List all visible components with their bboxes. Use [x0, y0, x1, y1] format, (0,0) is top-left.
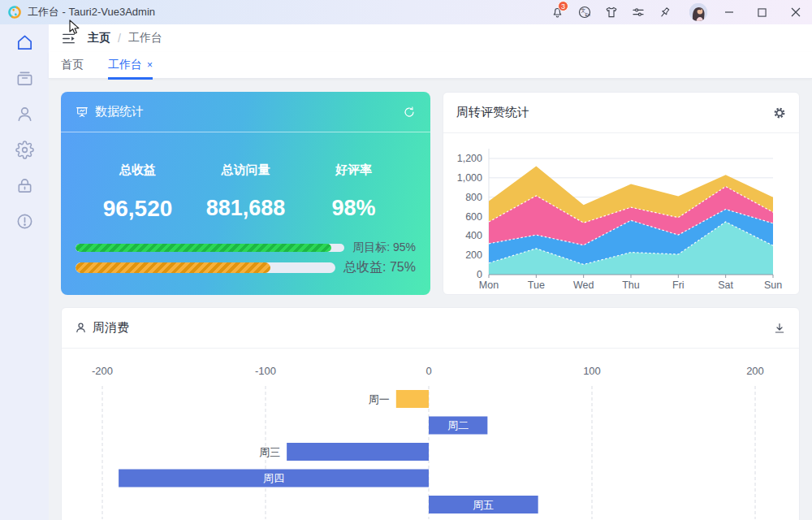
- bar-chart: -200-1000100200周一周二周三周四周五: [62, 349, 799, 519]
- mouse-cursor: [68, 20, 81, 36]
- sidebar-item-security[interactable]: [0, 167, 49, 203]
- svg-text:200: 200: [465, 249, 482, 261]
- svg-text:200: 200: [746, 365, 764, 377]
- maximize-icon: [758, 8, 767, 17]
- svg-text:Thu: Thu: [622, 280, 640, 291]
- notification-button[interactable]: 3: [544, 0, 571, 24]
- stat-card-header: 数据统计: [61, 92, 430, 132]
- tab-close-icon[interactable]: ×: [147, 59, 153, 71]
- sidebar-item-user[interactable]: [0, 96, 49, 132]
- close-button[interactable]: [779, 0, 812, 24]
- gear-small-icon[interactable]: [773, 106, 786, 119]
- stat-row: 总收益 96,520 总访问量 881,688 好评率 98%: [61, 162, 430, 222]
- svg-text:Fri: Fri: [672, 280, 685, 291]
- area-chart: 02004006008001,0001,200MonTueWedThuFriSa…: [443, 133, 799, 294]
- breadcrumb: 主页 / 工作台: [88, 31, 162, 46]
- user-icon: [15, 105, 34, 124]
- progress-total-revenue: 总收益: 75%: [76, 259, 416, 276]
- stat-total-revenue: 总收益 96,520: [84, 162, 192, 222]
- tab-workbench[interactable]: 工作台×: [108, 52, 153, 80]
- minimize-button[interactable]: [712, 0, 745, 24]
- area-chart-title: 周转评赞统计: [456, 105, 529, 120]
- lock-icon: [15, 176, 34, 195]
- download-icon[interactable]: [773, 322, 786, 335]
- stat-rating: 好评率 98%: [300, 162, 408, 222]
- sidebar-item-archive[interactable]: [0, 60, 49, 96]
- svg-text:周一: 周一: [369, 393, 390, 405]
- content: 数据统计 总收益 96,520 总访问量 881,68: [49, 79, 812, 520]
- svg-text:Sat: Sat: [718, 280, 733, 291]
- user-small-icon: [75, 322, 87, 334]
- refresh-icon[interactable]: [403, 106, 416, 119]
- tabbar: 首页 工作台×: [49, 52, 812, 79]
- svg-text:1,200: 1,200: [457, 153, 482, 164]
- svg-text:0: 0: [425, 365, 431, 377]
- svg-text:En: En: [585, 12, 590, 17]
- svg-text:600: 600: [465, 211, 482, 223]
- svg-text:周五: 周五: [473, 499, 494, 511]
- translate-icon: 文 En: [577, 5, 592, 20]
- warning-icon: [15, 212, 34, 231]
- theme-button[interactable]: [598, 0, 624, 24]
- window-title: 工作台 - Tauri2-Vue3Admin: [28, 5, 155, 20]
- svg-text:Sun: Sun: [764, 280, 782, 291]
- breadcrumb-separator: /: [118, 32, 121, 45]
- progress-week-goal: 周目标: 95%: [76, 240, 416, 255]
- breadcrumb-home[interactable]: 主页: [88, 31, 110, 46]
- tab-home[interactable]: 首页: [61, 52, 84, 80]
- data-board-icon: [76, 106, 89, 119]
- bar-chart-title: 周消费: [93, 320, 129, 336]
- progress-section: 周目标: 95% 总收益: 75%: [61, 240, 430, 276]
- sidebar-item-about[interactable]: [0, 203, 49, 239]
- pin-icon: [658, 6, 672, 20]
- titlebar: 工作台 - Tauri2-Vue3Admin 3 文 En: [0, 0, 812, 24]
- svg-text:800: 800: [465, 192, 482, 203]
- svg-text:周二: 周二: [447, 419, 469, 431]
- settings-button[interactable]: [624, 0, 651, 24]
- svg-text:400: 400: [465, 230, 482, 241]
- sliders-icon: [631, 5, 646, 20]
- svg-text:-100: -100: [255, 365, 276, 377]
- minimize-icon: [724, 7, 734, 17]
- svg-text:100: 100: [583, 365, 601, 377]
- area-chart-card: 周转评赞统计 02004006008001,0001,200MonTueWedT…: [443, 92, 800, 295]
- svg-text:0: 0: [477, 269, 482, 280]
- avatar[interactable]: [689, 3, 707, 21]
- bar-chart-header: 周消费: [62, 308, 799, 349]
- svg-text:-200: -200: [92, 365, 113, 377]
- tshirt-icon: [604, 5, 619, 20]
- app-logo-icon: [8, 6, 21, 19]
- language-button[interactable]: 文 En: [571, 0, 598, 24]
- svg-text:周三: 周三: [259, 446, 280, 458]
- stat-card: 数据统计 总收益 96,520 总访问量 881,68: [61, 92, 430, 295]
- bar-chart-card: 周消费 -200-1000100200周一周二周三周四周五: [61, 307, 800, 520]
- archive-icon: [15, 69, 34, 88]
- breadcrumb-current: 工作台: [128, 31, 162, 46]
- sidebar-item-settings[interactable]: [0, 132, 49, 167]
- svg-text:1,000: 1,000: [457, 172, 482, 184]
- pin-button[interactable]: [651, 0, 678, 24]
- gear-icon: [15, 141, 34, 159]
- area-chart-header: 周转评赞统计: [443, 93, 799, 133]
- page-header: 主页 / 工作台: [49, 24, 812, 52]
- stat-total-visits: 总访问量 881,688: [192, 162, 300, 222]
- svg-text:Wed: Wed: [573, 280, 594, 291]
- close-icon: [791, 7, 801, 17]
- svg-text:周四: 周四: [263, 472, 284, 484]
- maximize-button[interactable]: [745, 0, 779, 24]
- stat-card-title: 数据统计: [95, 104, 144, 119]
- sidebar-item-home[interactable]: [0, 24, 49, 60]
- notification-badge: 3: [558, 1, 568, 11]
- sidebar: [0, 24, 49, 520]
- home-icon: [15, 33, 34, 52]
- svg-text:Tue: Tue: [528, 280, 545, 291]
- svg-text:Mon: Mon: [479, 280, 499, 291]
